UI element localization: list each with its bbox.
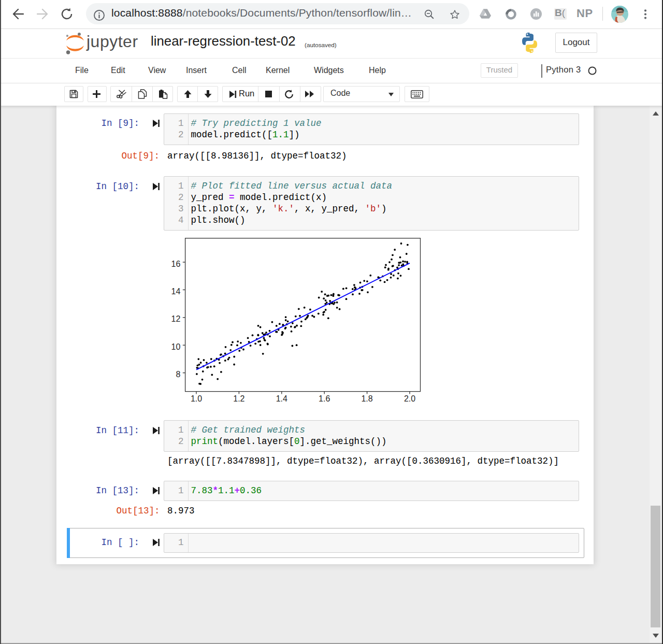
svg-text:1.0: 1.0	[191, 394, 202, 403]
svg-text:1.8: 1.8	[361, 394, 372, 403]
svg-text:14: 14	[171, 287, 181, 296]
svg-text:12: 12	[171, 314, 181, 323]
svg-text:2.0: 2.0	[404, 394, 415, 403]
svg-text:1.2: 1.2	[233, 394, 244, 403]
svg-text:8: 8	[176, 370, 180, 379]
svg-text:10: 10	[171, 342, 181, 351]
svg-text:1.4: 1.4	[276, 394, 287, 403]
svg-text:1.6: 1.6	[319, 394, 330, 403]
svg-text:16: 16	[171, 260, 181, 268]
